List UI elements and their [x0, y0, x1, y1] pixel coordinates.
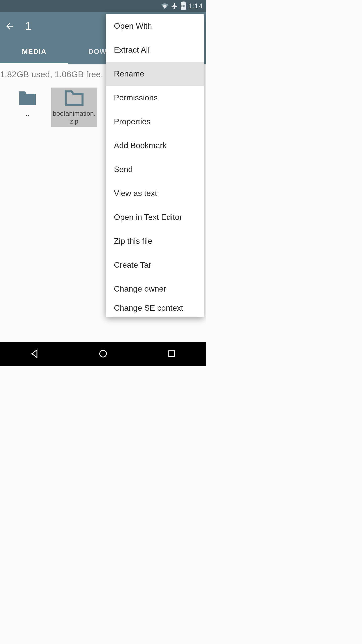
- android-nav-bar: [0, 342, 206, 366]
- svg-rect-1: [169, 351, 174, 356]
- menu-rename[interactable]: Rename: [106, 62, 204, 86]
- menu-permissions[interactable]: Permissions: [106, 86, 204, 110]
- folder-item-up[interactable]: ..: [5, 88, 50, 127]
- wifi-icon: [161, 3, 168, 10]
- nav-home-button[interactable]: [98, 349, 108, 360]
- status-clock: 1:14: [188, 2, 203, 10]
- menu-item-label: Change SE context: [114, 303, 183, 313]
- menu-item-label: Send: [114, 165, 133, 174]
- menu-add-bookmark[interactable]: Add Bookmark: [106, 134, 204, 157]
- file-item-bootanimation[interactable]: bootanimation.zip: [51, 88, 97, 127]
- menu-send[interactable]: Send: [106, 157, 204, 181]
- svg-point-0: [100, 350, 106, 357]
- menu-change-owner[interactable]: Change owner: [106, 277, 204, 301]
- menu-item-label: View as text: [114, 189, 157, 198]
- item-name: bootanimation.zip: [52, 110, 96, 125]
- airplane-icon: [171, 2, 178, 10]
- menu-item-label: Rename: [114, 69, 144, 78]
- menu-properties[interactable]: Properties: [106, 110, 204, 134]
- nav-back-button[interactable]: [29, 349, 39, 360]
- menu-zip-this-file[interactable]: Zip this file: [106, 229, 204, 253]
- menu-item-label: Open With: [114, 21, 152, 31]
- menu-item-label: Properties: [114, 117, 151, 126]
- menu-open-with[interactable]: Open With: [106, 14, 204, 38]
- nav-recent-button[interactable]: [167, 349, 177, 360]
- menu-change-se[interactable]: Change SE context: [106, 301, 204, 317]
- menu-open-in-editor[interactable]: Open in Text Editor: [106, 205, 204, 229]
- menu-create-tar[interactable]: Create Tar: [106, 253, 204, 277]
- menu-item-label: Add Bookmark: [114, 141, 167, 150]
- storage-summary: 1.82GB used, 1.06GB free, r/o: [0, 69, 115, 79]
- battery-icon: 86: [181, 2, 186, 10]
- item-name: ..: [26, 110, 29, 117]
- battery-level: 86: [181, 3, 185, 9]
- menu-item-label: Zip this file: [114, 236, 152, 246]
- menu-item-label: Permissions: [114, 93, 158, 102]
- tab-label: MEDIA: [22, 48, 47, 56]
- menu-item-label: Extract All: [114, 45, 150, 55]
- context-menu: Open With Extract All Rename Permissions…: [106, 14, 204, 317]
- folder-icon: [17, 90, 37, 108]
- menu-view-as-text[interactable]: View as text: [106, 181, 204, 205]
- folder-icon: [64, 90, 84, 108]
- menu-item-label: Open in Text Editor: [114, 213, 182, 222]
- status-bar: 86 1:14: [0, 0, 206, 12]
- menu-item-label: Change owner: [114, 284, 166, 294]
- tab-media[interactable]: MEDIA: [0, 40, 68, 64]
- menu-extract-all[interactable]: Extract All: [106, 38, 204, 62]
- menu-item-label: Create Tar: [114, 260, 151, 270]
- back-button[interactable]: [5, 21, 15, 31]
